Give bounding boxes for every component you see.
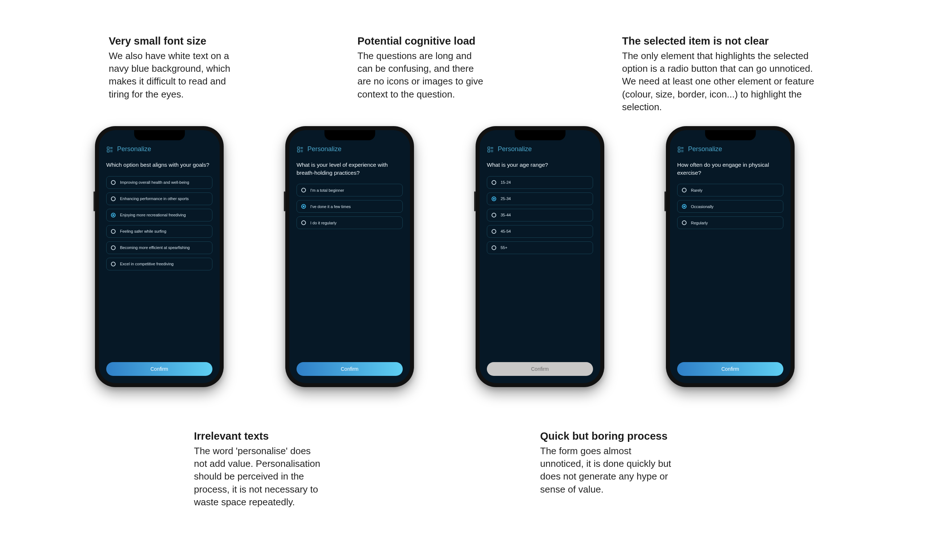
option-row[interactable]: Improving overall health and well-being	[106, 176, 212, 189]
annotation-body: The only element that highlights the sel…	[622, 50, 814, 113]
option-row[interactable]: I'm a total beginner	[296, 184, 403, 197]
annotation-irrelevant-texts: Irrelevant texts The word 'personalise' …	[194, 430, 324, 508]
radio-unselected-icon	[301, 220, 306, 225]
annotation-title: The selected item is not clear	[622, 34, 814, 47]
screen-header: Personalize	[106, 145, 212, 153]
option-label: 35-44	[501, 213, 511, 217]
option-row[interactable]: Rarely	[677, 184, 783, 197]
option-label: 45-54	[501, 229, 511, 233]
radio-selected-icon	[111, 213, 116, 217]
option-label: Becoming more efficient at spearfishing	[120, 246, 189, 250]
annotation-title: Irrelevant texts	[194, 430, 324, 443]
radio-unselected-icon	[491, 213, 496, 217]
screen-header: Personalize	[296, 145, 403, 153]
annotation-body: The questions are long and can be confus…	[357, 50, 488, 101]
phone-mockup: Personalize What is your age range? 15-2…	[476, 126, 604, 387]
option-row[interactable]: Enhancing performance in other sports	[106, 192, 212, 205]
annotation-title: Potential cognitive load	[357, 34, 488, 47]
option-row[interactable]: Becoming more efficient at spearfishing	[106, 241, 212, 254]
option-row[interactable]: I've done it a few times	[296, 200, 403, 213]
annotation-body: The form goes almost unnoticed, it is do…	[540, 445, 674, 496]
option-row[interactable]: Occasionally	[677, 200, 783, 213]
phone-screen: Personalize Which option best aligns wit…	[99, 130, 220, 383]
option-label: Feeling safer while surfing	[120, 229, 166, 233]
confirm-label: Confirm	[341, 366, 359, 372]
confirm-button[interactable]: Confirm	[296, 362, 403, 376]
personalize-list-icon	[677, 146, 684, 153]
option-label: Rarely	[691, 188, 702, 192]
phone-notch	[515, 130, 566, 140]
radio-unselected-icon	[682, 188, 687, 192]
option-row[interactable]: 35-44	[487, 209, 593, 221]
option-label: 25-34	[501, 197, 511, 201]
phone-notch	[134, 130, 185, 140]
option-label: 55+	[501, 246, 508, 250]
phone-screen: Personalize What is your age range? 15-2…	[479, 130, 600, 383]
svg-rect-6	[298, 147, 300, 149]
radio-unselected-icon	[111, 197, 116, 201]
option-label: I'm a total beginner	[310, 188, 344, 192]
radio-unselected-icon	[111, 246, 116, 250]
radio-selected-icon	[301, 204, 306, 209]
phone-mockup: Personalize How often do you engage in p…	[666, 126, 795, 387]
option-label: Improving overall health and well-being	[120, 180, 189, 185]
radio-unselected-icon	[491, 229, 496, 234]
header-title: Personalize	[307, 145, 342, 153]
header-title: Personalize	[117, 145, 151, 153]
radio-unselected-icon	[301, 188, 306, 192]
option-label: Enhancing performance in other sports	[120, 197, 189, 201]
annotation-small-font: Very small font size We also have white …	[109, 34, 239, 101]
svg-rect-7	[298, 150, 300, 152]
phone-row: Personalize Which option best aligns wit…	[95, 126, 795, 387]
header-title: Personalize	[498, 145, 532, 153]
confirm-button: Confirm	[487, 362, 593, 376]
annotation-title: Quick but boring process	[540, 430, 674, 443]
phone-notch	[324, 130, 375, 140]
svg-rect-1	[107, 150, 110, 152]
svg-rect-19	[678, 150, 681, 152]
question-text: Which option best aligns with your goals…	[106, 161, 212, 169]
option-label: Regularly	[691, 221, 708, 225]
radio-unselected-icon	[111, 229, 116, 234]
annotation-selected-unclear: The selected item is not clear The only …	[622, 34, 814, 113]
svg-rect-18	[678, 147, 681, 149]
svg-rect-0	[107, 147, 110, 149]
option-label: I've done it a few times	[310, 204, 351, 209]
radio-selected-icon	[491, 197, 496, 201]
option-label: Excel in competitive freediving	[120, 262, 174, 266]
option-label: Enjoying more recreational freediving	[120, 213, 186, 217]
confirm-label: Confirm	[150, 366, 168, 372]
screen-header: Personalize	[487, 145, 593, 153]
personalize-list-icon	[487, 146, 494, 153]
option-row[interactable]: I do it regularly	[296, 217, 403, 229]
option-row[interactable]: 45-54	[487, 225, 593, 238]
option-row[interactable]: Enjoying more recreational freediving	[106, 209, 212, 221]
confirm-label: Confirm	[721, 366, 739, 372]
phone-mockup: Personalize What is your level of experi…	[285, 126, 414, 387]
confirm-label: Confirm	[531, 366, 549, 372]
annotation-body: We also have white text on a navy blue b…	[109, 50, 239, 101]
question-text: What is your age range?	[487, 161, 593, 169]
personalize-list-icon	[106, 146, 113, 153]
confirm-button[interactable]: Confirm	[677, 362, 783, 376]
option-row[interactable]: 55+	[487, 241, 593, 254]
option-list: 15-2425-3435-4445-5455+	[487, 176, 593, 254]
annotation-body: The word 'personalise' does not add valu…	[194, 445, 324, 508]
option-row[interactable]: 25-34	[487, 192, 593, 205]
radio-selected-icon	[682, 204, 687, 209]
phone-notch	[705, 130, 756, 140]
option-row[interactable]: Excel in competitive freediving	[106, 258, 212, 270]
radio-unselected-icon	[682, 220, 687, 225]
option-list: I'm a total beginnerI've done it a few t…	[296, 184, 403, 229]
header-title: Personalize	[688, 145, 722, 153]
screen-header: Personalize	[677, 145, 783, 153]
confirm-button[interactable]: Confirm	[106, 362, 212, 376]
svg-rect-12	[488, 147, 490, 149]
phone-mockup: Personalize Which option best aligns wit…	[95, 126, 224, 387]
annotation-cognitive-load: Potential cognitive load The questions a…	[357, 34, 488, 101]
annotation-title: Very small font size	[109, 34, 239, 47]
option-row[interactable]: 15-24	[487, 176, 593, 189]
option-row[interactable]: Regularly	[677, 217, 783, 229]
option-row[interactable]: Feeling safer while surfing	[106, 225, 212, 238]
annotation-boring-process: Quick but boring process The form goes a…	[540, 430, 674, 496]
